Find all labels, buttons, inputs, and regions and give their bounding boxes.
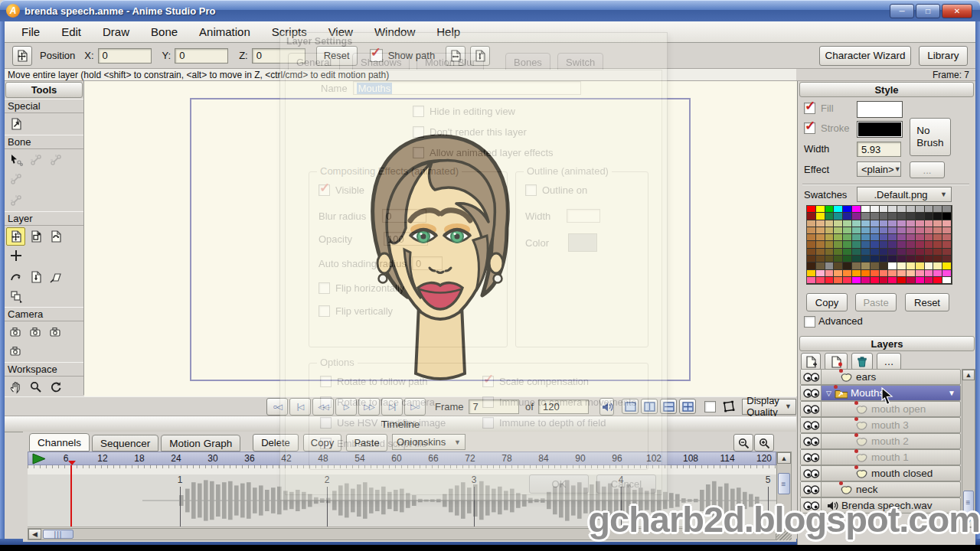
palette-swatch[interactable] xyxy=(916,206,925,213)
layer-row-mouth-2[interactable]: mouth 2 xyxy=(800,433,961,449)
palette-swatch[interactable] xyxy=(925,270,934,277)
palette-swatch[interactable] xyxy=(871,234,880,241)
palette-swatch[interactable] xyxy=(897,277,906,284)
palette-swatch[interactable] xyxy=(807,249,816,256)
palette-swatch[interactable] xyxy=(816,213,825,220)
color-palette[interactable] xyxy=(806,205,952,285)
palette-swatch[interactable] xyxy=(871,249,880,256)
palette-swatch[interactable] xyxy=(843,277,852,284)
stroke-checkbox[interactable] xyxy=(804,122,815,134)
layer-visibility-button[interactable] xyxy=(801,482,822,497)
expand-triangle-icon[interactable]: ▽ xyxy=(826,390,831,397)
palette-swatch[interactable] xyxy=(925,241,934,248)
title-bar[interactable]: A brenda speech.anme - Anime Studio Pro … xyxy=(0,0,980,21)
maximize-button[interactable]: □ xyxy=(916,4,940,18)
checkbox[interactable] xyxy=(413,147,424,158)
palette-swatch[interactable] xyxy=(843,262,852,269)
layer-name-input[interactable]: Mouths xyxy=(353,81,581,95)
palette-swatch[interactable] xyxy=(897,213,906,220)
palette-swatch[interactable] xyxy=(942,256,952,262)
fill-color-swatch[interactable] xyxy=(857,101,903,118)
palette-swatch[interactable] xyxy=(925,213,934,220)
dialog-tab-shadows[interactable]: Shadows xyxy=(352,53,410,71)
palette-swatch[interactable] xyxy=(843,270,852,277)
palette-swatch[interactable] xyxy=(871,277,880,284)
palette-swatch[interactable] xyxy=(916,227,925,234)
magnify-tool[interactable] xyxy=(26,378,45,396)
palette-swatch[interactable] xyxy=(852,256,861,262)
palette-swatch[interactable] xyxy=(916,220,925,227)
stroke-color-swatch[interactable] xyxy=(857,121,903,138)
palette-swatch[interactable] xyxy=(843,227,852,234)
checkbox[interactable] xyxy=(413,106,424,117)
layer-row-mouth-1[interactable]: mouth 1 xyxy=(800,449,961,465)
palette-swatch[interactable] xyxy=(925,277,934,284)
palette-swatch[interactable] xyxy=(807,262,816,269)
palette-swatch[interactable] xyxy=(861,277,871,284)
palette-swatch[interactable] xyxy=(852,220,861,227)
palette-swatch[interactable] xyxy=(942,206,952,213)
palette-swatch[interactable] xyxy=(834,256,843,262)
shear-layer-tool[interactable] xyxy=(46,268,65,286)
x-input[interactable]: 0 xyxy=(98,48,152,64)
dialog-tab-general[interactable]: General xyxy=(288,53,340,71)
layer-row-mouth-closed[interactable]: mouth closed xyxy=(800,465,961,481)
palette-swatch[interactable] xyxy=(897,234,906,241)
layer-visibility-button[interactable] xyxy=(801,370,822,384)
layer-visibility-button[interactable] xyxy=(801,434,822,448)
palette-swatch[interactable] xyxy=(807,241,816,248)
checkbox[interactable] xyxy=(413,126,424,138)
palette-swatch[interactable] xyxy=(888,270,897,277)
layer-visibility-button[interactable] xyxy=(801,386,822,400)
palette-swatch[interactable] xyxy=(888,277,897,284)
palette-swatch[interactable] xyxy=(843,249,852,256)
palette-swatch[interactable] xyxy=(906,220,916,227)
palette-swatch[interactable] xyxy=(880,227,889,234)
palette-swatch[interactable] xyxy=(852,249,861,256)
palette-swatch[interactable] xyxy=(942,262,952,269)
layer-row-neck[interactable]: neck xyxy=(800,481,961,497)
palette-swatch[interactable] xyxy=(871,220,880,227)
palette-swatch[interactable] xyxy=(825,206,835,213)
rotate-layer-tool[interactable] xyxy=(6,115,25,133)
dialog-tab-bones[interactable]: Bones xyxy=(505,53,550,71)
palette-swatch[interactable] xyxy=(942,270,952,277)
translate-layer-tool[interactable] xyxy=(6,227,25,246)
select-bone-tool[interactable] xyxy=(6,151,25,169)
opacity-input[interactable]: 100 xyxy=(384,232,428,246)
palette-swatch[interactable] xyxy=(871,241,880,248)
style-reset-button[interactable]: Reset xyxy=(905,293,949,311)
palette-swatch[interactable] xyxy=(807,270,816,277)
palette-swatch[interactable] xyxy=(852,241,861,248)
blur-input[interactable]: 0 xyxy=(382,209,426,223)
layer-visibility-button[interactable] xyxy=(801,466,822,481)
new-layer-button[interactable] xyxy=(801,353,821,370)
palette-swatch[interactable] xyxy=(880,277,889,284)
palette-swatch[interactable] xyxy=(843,256,852,262)
layer-more-button[interactable]: … xyxy=(877,353,901,370)
outline-color-swatch[interactable] xyxy=(568,233,597,252)
palette-swatch[interactable] xyxy=(942,241,952,248)
palette-swatch[interactable] xyxy=(916,213,925,220)
tab-channels[interactable]: Channels xyxy=(29,433,90,452)
palette-swatch[interactable] xyxy=(880,249,889,256)
palette-swatch[interactable] xyxy=(942,277,952,284)
delete-layer-button[interactable] xyxy=(851,353,873,370)
layer-row-ears[interactable]: ears xyxy=(800,369,961,385)
rotate-layer-y-tool[interactable] xyxy=(26,268,45,286)
menu-file[interactable]: File xyxy=(11,24,51,40)
palette-swatch[interactable] xyxy=(825,220,835,227)
style-copy-button[interactable]: Copy xyxy=(806,293,848,311)
palette-swatch[interactable] xyxy=(942,227,952,234)
stereo-checkbox[interactable] xyxy=(704,401,716,412)
track-camera-tool[interactable] xyxy=(6,323,25,341)
palette-swatch[interactable] xyxy=(861,256,871,262)
palette-swatch[interactable] xyxy=(906,234,916,241)
palette-swatch[interactable] xyxy=(880,256,889,262)
layer-visibility-button[interactable] xyxy=(801,402,822,416)
follow-path-tool[interactable] xyxy=(6,268,25,286)
palette-swatch[interactable] xyxy=(925,227,934,234)
timeline-zoom-out-button[interactable] xyxy=(733,434,753,452)
palette-swatch[interactable] xyxy=(861,249,871,256)
rotate-layer-z-tool[interactable] xyxy=(46,227,65,246)
